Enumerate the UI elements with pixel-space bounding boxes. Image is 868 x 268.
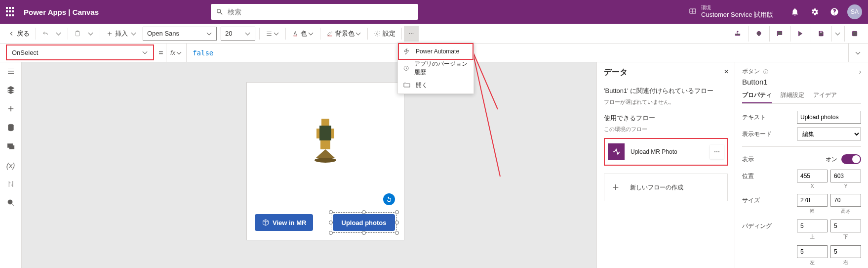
svg-point-19 <box>315 158 336 163</box>
settings-button[interactable]: 設定 <box>370 26 399 42</box>
add-icon[interactable] <box>6 104 16 114</box>
equals-label: = <box>156 44 166 62</box>
svg-rect-18 <box>320 140 330 149</box>
data-icon[interactable] <box>6 123 16 133</box>
variables-icon[interactable]: (x) <box>6 160 16 170</box>
align-button[interactable] <box>262 26 283 42</box>
color-button[interactable]: 色 <box>288 26 318 42</box>
prop-text-label: テキスト <box>742 113 766 122</box>
svg-rect-12 <box>9 146 14 149</box>
insert-button[interactable]: 挿入 <box>102 26 141 42</box>
upload-photos-button[interactable]: Upload photos <box>333 214 395 231</box>
prop-w-input[interactable] <box>797 194 828 207</box>
properties-tabs: プロパティ 詳細設定 アイデア <box>742 91 861 104</box>
help-icon[interactable] <box>825 0 844 24</box>
prop-x-input[interactable] <box>797 170 828 182</box>
prop-y-input[interactable] <box>830 170 861 182</box>
prop-position-label: 位置 <box>742 172 754 180</box>
prop-text-input[interactable] <box>797 111 861 124</box>
left-rail: (x) <box>0 62 22 268</box>
search-input[interactable] <box>228 8 413 16</box>
waffle-icon[interactable] <box>6 7 16 17</box>
back-button[interactable]: 戻る <box>4 26 34 42</box>
menu-version-history[interactable]: アプリのバージョン履歴 <box>398 60 473 77</box>
publish-button[interactable] <box>844 26 864 42</box>
save-button[interactable] <box>811 26 830 42</box>
font-selector[interactable]: Open Sans <box>143 27 217 41</box>
environment-picker[interactable]: 環境 Customer Service 試用版 <box>688 5 781 19</box>
prop-visible-label: 表示 <box>742 155 754 164</box>
tab-advanced[interactable]: 詳細設定 <box>781 91 804 103</box>
menu-open[interactable]: 開く <box>398 77 473 93</box>
app-header: Power Apps | Canvas 環境 Customer Service … <box>0 0 868 24</box>
prop-padtop-input[interactable] <box>797 220 828 232</box>
prop-padbot-input[interactable] <box>830 220 861 232</box>
data-pane-title: データ <box>604 67 728 78</box>
info-icon[interactable] <box>763 69 769 75</box>
notifications-icon[interactable] <box>785 0 805 24</box>
user-avatar[interactable]: SA <box>847 4 862 19</box>
svg-point-13 <box>8 200 12 204</box>
formula-expand[interactable] <box>848 44 868 62</box>
media-icon[interactable] <box>6 141 16 151</box>
prop-displaymode-select[interactable]: 編集 <box>797 128 861 140</box>
menu-power-automate[interactable]: Power Automate <box>398 43 473 60</box>
new-flow-button[interactable]: + 新しいフローの作成 <box>604 174 728 201</box>
flow-item[interactable]: Upload MR Photo ⋯ <box>604 138 728 166</box>
comments-button[interactable] <box>769 26 789 42</box>
tab-ideas[interactable]: アイデア <box>813 91 837 103</box>
flow-name: Upload MR Photo <box>631 148 677 155</box>
svg-rect-17 <box>331 129 334 138</box>
env-label: 環境 <box>701 5 773 11</box>
mr-icon <box>262 219 270 226</box>
overflow-menu: Power Automate アプリのバージョン履歴 開く <box>397 43 474 94</box>
view-in-mr-button[interactable]: View in MR <box>255 214 313 231</box>
property-dropdown[interactable]: OnSelect <box>6 45 154 60</box>
upload-photos-selected[interactable]: Upload photos <box>331 212 397 233</box>
svg-rect-3 <box>294 36 297 36</box>
canvas-area[interactable]: View in MR Upload photos <box>22 62 596 268</box>
undo-button[interactable] <box>38 26 53 42</box>
svg-rect-14 <box>321 119 329 126</box>
paste-dropdown[interactable] <box>85 26 98 42</box>
plus-icon: + <box>607 179 624 196</box>
fontsize-selector[interactable]: 20 <box>221 27 255 41</box>
prop-padleft-input[interactable] <box>797 245 828 258</box>
env-value: Customer Service 試用版 <box>701 11 773 19</box>
history-icon <box>403 64 409 72</box>
data-pane: データ ✕ 'Button1' に関連付けられているフロー フローが選ばれていま… <box>596 62 735 268</box>
svg-point-5 <box>376 33 378 35</box>
treeview-icon[interactable] <box>6 66 16 76</box>
paste-button[interactable] <box>70 26 85 42</box>
close-pane-icon[interactable]: ✕ <box>724 68 729 75</box>
svg-point-7 <box>411 33 412 34</box>
prop-h-input[interactable] <box>830 194 861 207</box>
related-flow-heading: 'Button1' に関連付けられているフロー <box>604 87 728 95</box>
prop-size-label: サイズ <box>742 196 760 205</box>
settings-icon[interactable] <box>805 0 825 24</box>
flow-more-icon[interactable]: ⋯ <box>710 145 724 159</box>
folder-icon <box>403 81 411 89</box>
share-button[interactable] <box>728 26 748 42</box>
insert-pane-icon[interactable] <box>6 85 16 95</box>
more-button[interactable] <box>404 26 419 42</box>
search-box[interactable] <box>211 4 418 20</box>
svg-rect-16 <box>316 129 319 138</box>
reload-icon[interactable] <box>383 193 395 205</box>
bgcolor-button[interactable]: 背景色 <box>322 26 365 42</box>
undo-dropdown[interactable] <box>53 26 66 42</box>
formula-input[interactable]: false <box>187 44 848 62</box>
svg-rect-15 <box>319 126 331 140</box>
tab-properties[interactable]: プロパティ <box>742 91 772 103</box>
search-rail-icon[interactable] <box>6 198 16 208</box>
search-icon <box>216 8 224 16</box>
save-dropdown[interactable] <box>831 26 843 42</box>
prop-padright-input[interactable] <box>830 245 861 258</box>
tools-icon[interactable] <box>6 179 16 189</box>
health-button[interactable] <box>749 26 768 42</box>
expand-properties-icon[interactable] <box>857 69 863 77</box>
fx-label[interactable]: fx <box>166 44 187 62</box>
app-screen[interactable]: View in MR Upload photos <box>246 82 404 240</box>
prop-visible-toggle[interactable] <box>841 154 861 164</box>
preview-button[interactable] <box>790 26 810 42</box>
